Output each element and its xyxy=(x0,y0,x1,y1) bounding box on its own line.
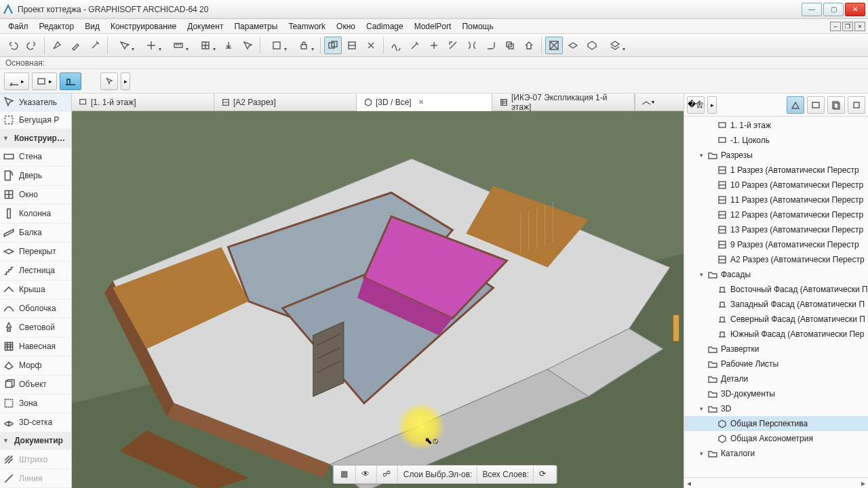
menu-window[interactable]: Окно xyxy=(331,20,361,33)
navigator-tree[interactable]: 1. 1-й этаж-1. Цоколь▾Разрезы1 Разрез (А… xyxy=(684,117,868,477)
3d-viewport[interactable]: ⬉⍉ ▦ 👁 ☍ Слои Выбр.Эл-ов: Всех Слоев: ⟳ xyxy=(72,111,684,488)
toolbox-group-document[interactable]: ▼ Документир xyxy=(0,432,71,451)
tree-item[interactable]: Развертки xyxy=(684,342,868,357)
ruler-dropdown[interactable] xyxy=(165,37,191,54)
arrow-tool-button[interactable] xyxy=(100,73,118,90)
fillet-button[interactable] xyxy=(482,37,500,54)
suspend-button[interactable] xyxy=(362,37,380,54)
tree-item[interactable]: ▾Разрезы xyxy=(684,148,868,163)
gravity-button[interactable] xyxy=(220,37,237,54)
filter-3d-button[interactable] xyxy=(583,37,601,54)
magic-wand-button[interactable] xyxy=(406,37,424,54)
coord-origin-button[interactable]: ▸ xyxy=(4,73,29,90)
tree-item[interactable]: Детали xyxy=(684,371,868,386)
expander-icon[interactable]: ▾ xyxy=(698,271,705,278)
view-tab[interactable]: [1. 1-й этаж] xyxy=(72,94,214,110)
tool-Окно[interactable]: Окно xyxy=(0,186,71,205)
tool-Перекрыт[interactable]: Перекрыт xyxy=(0,243,71,262)
nav-publisher-button[interactable] xyxy=(848,96,865,114)
tool-Стена[interactable]: Стена xyxy=(0,148,71,167)
tool-Балка[interactable]: Балка xyxy=(0,224,71,243)
menu-document[interactable]: Документ xyxy=(182,20,229,33)
nav-settings-button[interactable]: �舎 xyxy=(687,96,705,114)
cursor-snap-dropdown[interactable] xyxy=(111,37,137,54)
pick-button[interactable] xyxy=(48,37,66,54)
view-tab[interactable]: [A2 Разрез] xyxy=(214,94,357,110)
arrow-expand-button[interactable]: ▸ xyxy=(121,73,130,90)
tree-item[interactable]: 1 Разрез (Автоматически Перестр xyxy=(684,163,868,178)
tool-Световой[interactable]: Световой xyxy=(0,319,71,338)
home-button[interactable] xyxy=(520,37,538,54)
mdi-close-button[interactable]: × xyxy=(854,22,865,31)
tree-item[interactable]: Восточный Фасад (Автоматически П xyxy=(684,282,868,297)
intersect-button[interactable] xyxy=(501,37,519,54)
tree-item[interactable]: 13 Разрез (Автоматически Перестр xyxy=(684,222,868,237)
coord-move-button[interactable]: ▸ xyxy=(32,73,57,90)
menu-edit[interactable]: Редактор xyxy=(34,20,80,33)
close-button[interactable]: ✕ xyxy=(845,3,865,16)
split-button[interactable] xyxy=(463,37,481,54)
tool-Колонна[interactable]: Колонна xyxy=(0,205,71,224)
tool-marquee[interactable]: Бегущая Р xyxy=(0,112,71,130)
view-mode-dropdown[interactable] xyxy=(602,37,628,54)
expander-icon[interactable]: ▾ xyxy=(698,152,705,159)
coord-elevation-button[interactable] xyxy=(60,73,81,90)
nav-project-map-button[interactable] xyxy=(787,96,804,114)
tool-Оболочка[interactable]: Оболочка xyxy=(0,300,71,319)
qo-person-toggle[interactable]: ☍ xyxy=(378,466,398,483)
tab-overflow-button[interactable]: ▾ xyxy=(635,94,659,110)
expander-icon[interactable]: ▾ xyxy=(698,450,705,457)
navigator-hscroll[interactable]: ◂▸ xyxy=(684,477,868,488)
tree-item[interactable]: Северный Фасад (Автоматически П xyxy=(684,312,868,327)
adjust-button[interactable] xyxy=(444,37,462,54)
snap-guides-dropdown[interactable] xyxy=(138,37,164,54)
tree-item[interactable]: A2 Разрез (Автоматически Перестр xyxy=(684,252,868,267)
tool-Навесная[interactable]: Навесная xyxy=(0,338,71,357)
menu-file[interactable]: Файл xyxy=(3,20,34,33)
qo-layer-toggle[interactable]: ▦ xyxy=(336,466,356,483)
menu-modelport[interactable]: ModelPort xyxy=(409,20,457,33)
undo-button[interactable] xyxy=(4,37,22,54)
mdi-restore-button[interactable]: ❐ xyxy=(842,22,853,31)
menu-view[interactable]: Вид xyxy=(79,20,105,33)
tool-Лестница[interactable]: Лестница xyxy=(0,262,71,281)
tree-item[interactable]: 11 Разрез (Автоматически Перестр xyxy=(684,192,868,207)
tree-item[interactable]: Рабочие Листы xyxy=(684,357,868,371)
view-tab[interactable]: [3D / Все]✕ xyxy=(357,94,492,111)
show-all-button[interactable] xyxy=(545,37,563,54)
trace-button[interactable] xyxy=(324,37,342,54)
redo-button[interactable] xyxy=(23,37,41,54)
lock-dropdown[interactable] xyxy=(291,37,317,54)
tree-item[interactable]: ▾Каталоги xyxy=(684,446,868,461)
minimize-button[interactable]: — xyxy=(802,3,822,16)
tool-Объект[interactable]: Объект xyxy=(0,375,71,394)
tool-pointer[interactable]: Указатель xyxy=(0,94,71,112)
menu-design[interactable]: Конструирование xyxy=(105,20,182,33)
tool-Крыша[interactable]: Крыша xyxy=(0,281,71,300)
trace-ref-button[interactable] xyxy=(343,37,361,54)
tool-Штрихо[interactable]: Штрихо xyxy=(0,450,71,469)
grid-dropdown[interactable] xyxy=(193,37,218,54)
nav-layout-book-button[interactable] xyxy=(827,96,845,114)
tree-item[interactable]: 12 Разрез (Автоматически Перестр xyxy=(684,207,868,222)
qo-all-layers[interactable]: Всех Слоев: xyxy=(478,466,534,483)
maximize-button[interactable]: ▢ xyxy=(823,3,844,16)
menu-teamwork[interactable]: Teamwork xyxy=(283,20,331,33)
tool-Дверь[interactable]: Дверь xyxy=(0,167,71,186)
marquee-3d-button[interactable] xyxy=(564,37,582,54)
expander-icon[interactable]: ▾ xyxy=(698,405,705,412)
tool-Морф[interactable]: Морф xyxy=(0,357,71,375)
tree-item[interactable]: Общая Перспектива xyxy=(684,416,868,431)
pointer-mode-button[interactable] xyxy=(239,37,256,54)
tree-item[interactable]: ▾3D xyxy=(684,401,868,416)
trim-button[interactable] xyxy=(425,37,443,54)
view-tab[interactable]: [ИКЭ-07 Экспликация 1-й этаж] xyxy=(492,94,635,110)
qo-selected-layers[interactable]: Слои Выбр.Эл-ов: xyxy=(399,466,477,483)
eyedropper-button[interactable] xyxy=(67,37,85,54)
menu-options[interactable]: Параметры xyxy=(229,20,283,33)
menu-help[interactable]: Помощь xyxy=(456,20,498,33)
tool-Линия[interactable]: Линия xyxy=(0,469,71,488)
tree-item[interactable]: -1. Цоколь xyxy=(684,133,868,148)
tree-item[interactable]: ▾Фасады xyxy=(684,267,868,282)
spline-button[interactable] xyxy=(387,37,405,54)
